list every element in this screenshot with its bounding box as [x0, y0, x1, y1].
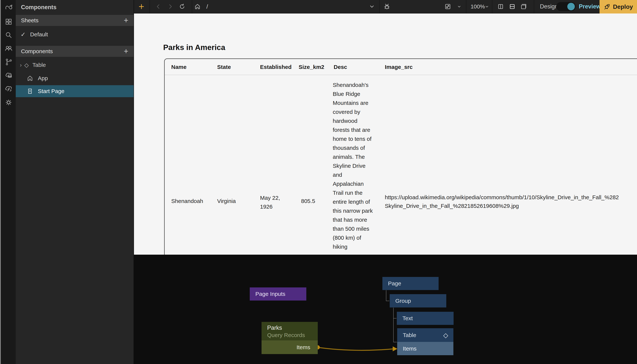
app-logo-icon[interactable] — [4, 3, 13, 12]
mode-toggle[interactable] — [556, 0, 576, 13]
node-page[interactable]: Page — [382, 277, 439, 290]
cell-state: Virginia — [217, 198, 236, 204]
dashboard-icon[interactable] — [4, 17, 13, 26]
version-control-icon[interactable] — [4, 58, 13, 66]
node-editor[interactable]: Page Inputs Page Group Text Table ◇ Item… — [134, 255, 637, 364]
nav-forward-icon[interactable] — [165, 0, 175, 13]
preview-canvas: Parks in America Name State Established … — [134, 14, 637, 255]
component-item-table[interactable]: › ◇ Table — [16, 59, 134, 71]
viewport-size-icon[interactable] — [443, 0, 453, 13]
expand-chevron-icon[interactable]: › — [20, 62, 22, 68]
rocket-icon — [604, 3, 610, 10]
column-header: State — [217, 59, 231, 75]
debug-bug-icon[interactable] — [382, 0, 392, 13]
page-title: Parks in America — [163, 43, 225, 52]
data-icon[interactable] — [4, 71, 13, 80]
components-panel: Components Sheets + ✓ Default Components… — [16, 0, 134, 364]
add-button[interactable]: + — [137, 0, 146, 13]
node-text[interactable]: Text — [397, 312, 454, 325]
cell-size: 805.5 — [301, 198, 315, 204]
sheet-item-label: Default — [30, 31, 48, 38]
column-header: Name — [171, 59, 187, 75]
search-icon[interactable] — [4, 30, 13, 40]
page-dropdown-chevron-icon[interactable] — [367, 0, 377, 13]
components-section-label: Components — [21, 48, 53, 54]
diamond-icon: ◇ — [443, 332, 448, 339]
panel-title: Components — [16, 0, 134, 14]
layout-stacked-icon[interactable] — [519, 0, 528, 13]
column-header: Desc — [334, 59, 347, 75]
cell-image-src: https://upload.wikimedia.org/wikipedia/c… — [385, 193, 619, 210]
connection-wires — [134, 255, 637, 364]
deploy-button[interactable]: Deploy — [599, 0, 637, 14]
nav-back-icon[interactable] — [154, 0, 163, 13]
zoom-chevron-icon[interactable] — [483, 0, 491, 13]
home-icon — [26, 74, 34, 82]
node-table[interactable]: Table ◇ — [397, 328, 453, 342]
node-group[interactable]: Group — [390, 294, 446, 308]
preview-mode-label[interactable]: Preview — [578, 0, 602, 13]
column-header: Image_src — [385, 59, 413, 75]
node-page-inputs[interactable]: Page Inputs — [250, 288, 306, 300]
toolbar: + / 100% Design Preview — [134, 0, 637, 14]
component-item-label: Start Page — [38, 88, 65, 94]
document-icon — [26, 88, 34, 95]
icon-rail — [1, 0, 16, 364]
functions-icon[interactable] — [4, 84, 13, 93]
home-button-icon[interactable] — [193, 0, 202, 13]
components-section-header[interactable]: Components + — [16, 46, 134, 57]
viewport-chevron-icon[interactable] — [455, 0, 463, 13]
reload-icon[interactable] — [177, 0, 187, 13]
check-icon: ✓ — [21, 31, 26, 38]
add-component-button[interactable]: + — [124, 47, 128, 55]
column-header: Size_km2 — [299, 59, 324, 75]
add-sheet-button[interactable]: + — [124, 16, 128, 24]
table-header-row: Name State Established Size_km2 Desc Ima… — [165, 59, 637, 75]
sheet-item-default[interactable]: ✓ Default — [16, 28, 134, 40]
component-item-app[interactable]: App — [16, 72, 134, 84]
column-header: Established — [260, 59, 292, 75]
layout-split-columns-icon[interactable] — [496, 0, 505, 13]
cell-desc: Shenandoah's Blue Ridge Mountains are co… — [333, 80, 374, 251]
cell-established: May 22, 1926 — [260, 194, 291, 211]
component-item-start-page[interactable]: Start Page — [16, 85, 134, 97]
node-parks-query[interactable]: Parks Query Records Items — [262, 322, 318, 354]
data-table: Name State Established Size_km2 Desc Ima… — [164, 58, 637, 255]
sheets-section-label: Sheets — [21, 17, 39, 24]
component-item-label: App — [38, 75, 48, 82]
node-table-items-port[interactable]: Items — [397, 342, 453, 355]
users-icon[interactable] — [4, 44, 13, 53]
settings-gear-icon[interactable] — [4, 98, 13, 107]
sheets-section-header[interactable]: Sheets + — [16, 14, 134, 26]
cell-name: Shenandoah — [171, 198, 203, 204]
layout-split-rows-icon[interactable] — [507, 0, 517, 13]
parks-items-port[interactable]: Items — [262, 340, 318, 354]
diamond-icon: ◇ — [24, 62, 29, 68]
parks-node-header: Parks Query Records — [262, 322, 318, 340]
toggle-knob — [567, 3, 575, 10]
component-item-label: Table — [33, 62, 46, 68]
url-path[interactable]: / — [204, 0, 211, 13]
